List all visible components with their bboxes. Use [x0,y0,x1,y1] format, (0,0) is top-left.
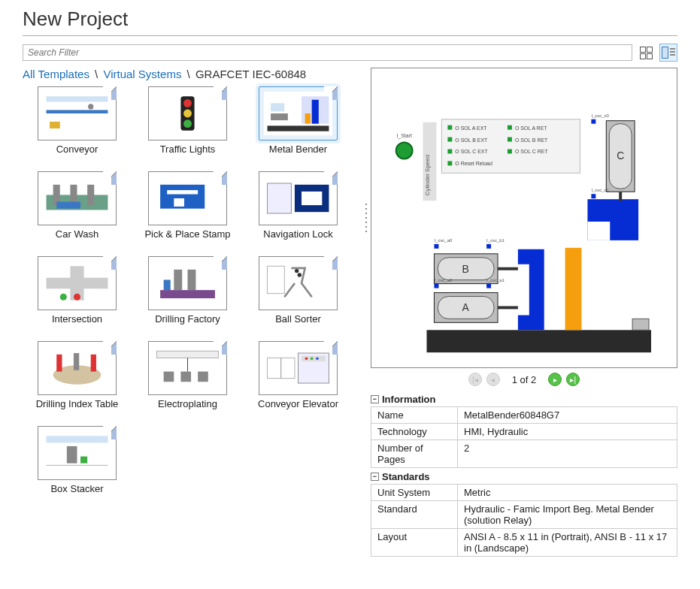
template-label: Drilling Index Table [36,398,119,409]
svg-text:Cylinder Speed: Cylinder Speed [425,155,432,195]
svg-rect-96 [435,244,439,249]
svg-text:I_csc_c1: I_csc_c1 [592,188,610,192]
svg-point-73 [396,143,413,159]
svg-rect-20 [167,190,198,194]
page-title: New Project [23,8,677,31]
breadcrumb-separator: \ [185,68,192,80]
template-box-stacker[interactable]: Box Stacker [26,426,128,494]
breadcrumb-virtual-systems[interactable]: Virtual Systems [103,68,181,80]
template-drilling-index-table[interactable]: Drilling Index Table [26,341,128,409]
svg-text:O SOL C RET: O SOL C RET [515,149,549,154]
svg-text:I_csc_a0: I_csc_a0 [435,238,453,243]
preview-pager: |◂ ◂ 1 of 2 ▸ ▸| [371,368,677,391]
pager-first-button[interactable]: |◂ [468,373,482,386]
svg-rect-10 [312,100,319,124]
svg-text:O SOL C EXT: O SOL C EXT [455,149,488,154]
view-details-button[interactable] [659,44,677,62]
template-electroplating[interactable]: Electroplating [137,341,238,409]
template-label: Navigation Lock [263,228,333,240]
template-label: Traffic Lights [160,143,216,155]
svg-text:I_Start: I_Start [397,133,413,139]
svg-rect-94 [592,194,596,198]
template-traffic-lights[interactable]: Traffic Lights [137,86,238,155]
collapse-icon: − [371,473,379,481]
std-standard-label: Standard [371,501,458,529]
template-intersection[interactable]: Intersection [26,256,128,325]
svg-rect-40 [157,351,219,358]
svg-rect-21 [174,198,184,207]
svg-rect-86 [448,149,453,153]
svg-text:O Reset Reload: O Reset Reload [455,161,492,166]
template-label: Ball Sorter [275,313,321,325]
template-label: Box Stacker [50,483,103,494]
svg-rect-56 [427,330,651,352]
information-header[interactable]: − Information [371,394,677,405]
template-pick-place-stamp[interactable]: Pick & Place Stamp [137,171,238,240]
search-input[interactable] [23,44,632,61]
svg-rect-31 [188,270,196,290]
svg-rect-23 [268,183,292,213]
svg-rect-35 [268,266,285,293]
svg-rect-0 [47,110,108,113]
toolbar [23,44,677,62]
pager-prev-button[interactable]: ◂ [486,373,500,386]
template-metal-bender[interactable]: Metal Bender [247,86,349,155]
svg-text:O SOL A EXT: O SOL A EXT [455,125,487,131]
svg-text:I_csc_c0: I_csc_c0 [592,113,610,118]
pager-last-button[interactable]: ▸| [566,373,580,386]
svg-rect-80 [508,125,512,130]
collapse-icon: − [371,395,379,403]
std-layout-value: ANSI A - 8.5 x 11 in (Portrait), ANSI B … [458,529,677,557]
template-ball-sorter[interactable]: Ball Sorter [247,256,349,325]
svg-rect-100 [435,284,439,288]
template-label: Metal Bender [269,143,327,155]
svg-point-5 [183,99,192,107]
svg-rect-90 [448,161,453,165]
std-unit-label: Unit System [371,485,458,501]
divider [23,35,677,36]
pager-text: 1 of 2 [505,374,544,385]
info-tech-label: Technology [371,424,458,440]
template-navigation-lock[interactable]: Navigation Lock [247,171,349,240]
breadcrumb-all-templates[interactable]: All Templates [23,68,89,80]
template-label: Intersection [52,313,102,325]
svg-point-28 [74,294,80,301]
svg-rect-52 [47,436,108,443]
svg-point-34 [298,273,302,276]
svg-rect-39 [91,355,96,372]
breadcrumb-separator: \ [92,68,100,80]
svg-rect-88 [508,149,512,153]
svg-rect-8 [268,125,329,131]
svg-text:O SOL B EXT: O SOL B EXT [455,137,488,143]
template-label: Car Wash [56,228,98,240]
svg-text:O SOL A RET: O SOL A RET [515,125,547,131]
svg-rect-41 [164,372,174,382]
standards-header-label: Standards [382,471,430,482]
template-conveyor-elevator[interactable]: Conveyor Elevator [247,341,349,409]
svg-text:B: B [462,263,469,275]
svg-rect-24 [302,192,322,205]
standards-header[interactable]: − Standards [371,471,677,482]
svg-point-48 [311,357,314,360]
template-label: Electroplating [158,398,217,409]
view-small-icons-button[interactable] [637,44,655,62]
breadcrumb: All Templates \ Virtual Systems \ GRAFCE… [23,68,356,80]
template-label: Conveyor Elevator [258,398,338,409]
svg-rect-38 [74,353,79,370]
svg-rect-53 [67,446,77,464]
info-pages-value: 2 [458,440,677,468]
info-tech-value: HMI, Hydraulic [458,424,677,440]
svg-rect-102 [486,284,491,288]
template-conveyor[interactable]: Conveyor [26,86,128,155]
svg-point-7 [183,119,192,128]
svg-point-47 [305,357,308,360]
svg-rect-1 [47,96,108,101]
svg-rect-82 [448,137,453,142]
info-pages-label: Number of Pages [371,440,458,468]
template-car-wash[interactable]: Car Wash [26,171,128,240]
template-drilling-factory[interactable]: Drilling Factory [137,256,238,325]
breadcrumb-current: GRAFCET IEC-60848 [195,68,306,80]
pager-next-button[interactable]: ▸ [548,373,562,386]
svg-rect-43 [198,372,208,382]
template-label: Drilling Factory [155,313,220,325]
